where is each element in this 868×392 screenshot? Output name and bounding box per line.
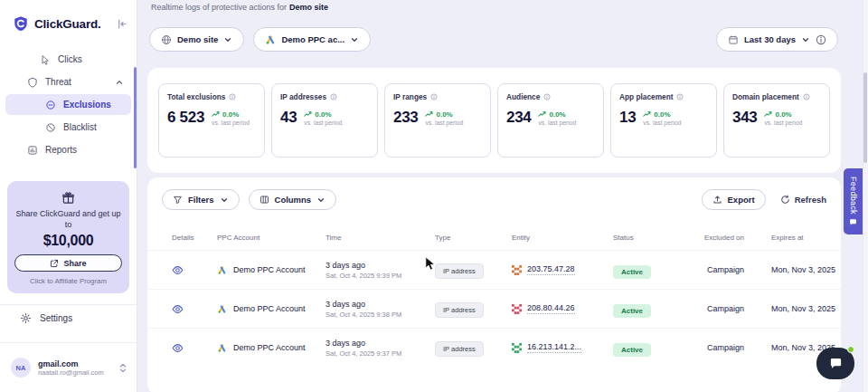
date-range-dropdown[interactable]: Last 30 days xyxy=(716,27,838,52)
stat-trend: 0.0% xyxy=(436,110,452,119)
sidebar-item-label: Exclusions xyxy=(63,100,111,110)
details-eye-button[interactable] xyxy=(172,342,217,354)
info-icon[interactable] xyxy=(430,93,438,100)
entity-value: 208.80.44.26 xyxy=(527,303,575,314)
funnel-icon xyxy=(173,195,183,205)
sidebar-item-reports[interactable]: Reports xyxy=(5,139,131,160)
user-name: gmail.com xyxy=(38,359,111,368)
entity-cell[interactable]: 16.213.141.2... xyxy=(512,342,613,353)
info-icon[interactable] xyxy=(229,93,236,100)
feedback-label: Feedback xyxy=(849,177,858,215)
feedback-tab[interactable]: Feedback xyxy=(844,168,863,234)
type-badge: IP address xyxy=(435,341,484,357)
entity-cell[interactable]: 208.80.44.26 xyxy=(512,303,613,314)
time-relative: 3 days ago xyxy=(326,339,435,348)
entity-cell[interactable]: 203.75.47.28 xyxy=(512,264,613,275)
type-cell: IP address xyxy=(435,261,512,279)
column-header-ppc-account[interactable]: PPC Account xyxy=(217,234,326,242)
sidebar-scrollbar-thumb[interactable] xyxy=(134,67,137,168)
expires-at-cell: Mon, Nov 3, 2025 xyxy=(744,304,839,313)
sidebar-item-label: Clicks xyxy=(58,54,82,64)
promo-text: Share ClickGuard and get up to xyxy=(14,208,122,230)
info-icon[interactable] xyxy=(803,93,810,100)
status-badge: Active xyxy=(613,343,651,357)
stat-card-domain-placement: Domain placement 343 0.0% vs. last perio… xyxy=(723,83,830,158)
column-header-expires-at[interactable]: Expires at xyxy=(744,234,839,242)
details-eye-button[interactable] xyxy=(172,303,217,315)
user-meta: gmail.com naatali.ro@gmail.com xyxy=(38,359,111,377)
stat-value: 13 xyxy=(619,109,636,127)
columns-label: Columns xyxy=(275,195,312,205)
column-header-time[interactable]: Time xyxy=(326,234,435,242)
stat-card-ip-ranges: IP ranges 233 0.0% vs. last period xyxy=(384,83,491,158)
affiliate-promo-card: Share ClickGuard and get up to $10,000 S… xyxy=(7,181,129,293)
calendar-icon xyxy=(728,34,739,45)
site-filter-dropdown[interactable]: Demo site xyxy=(149,27,244,52)
ppc-account-filter-dropdown[interactable]: Demo PPC ac... xyxy=(253,27,371,52)
columns-icon xyxy=(259,195,269,205)
filter-row: Demo site Demo PPC ac... xyxy=(149,27,371,52)
columns-dropdown[interactable]: Columns xyxy=(249,189,337,210)
brand-header: ClickGuard. xyxy=(13,14,127,33)
sidebar-item-clicks[interactable]: Clicks xyxy=(5,49,131,70)
page-scrollbar-thumb[interactable] xyxy=(863,72,867,163)
chat-icon xyxy=(849,218,857,226)
export-label: Export xyxy=(728,195,755,205)
column-header-status[interactable]: Status xyxy=(613,234,703,242)
column-header-details[interactable]: Details xyxy=(172,234,217,242)
site-filter-value: Demo site xyxy=(177,34,218,44)
info-icon[interactable] xyxy=(676,93,684,100)
sidebar-item-settings[interactable]: Settings xyxy=(0,304,137,331)
ppc-account-name: Demo PPC Account xyxy=(233,304,306,313)
time-relative: 3 days ago xyxy=(326,261,435,270)
trending-up-icon xyxy=(212,110,220,118)
export-button[interactable]: Export xyxy=(702,189,766,210)
info-icon[interactable] xyxy=(330,93,337,100)
refresh-button[interactable]: Refresh xyxy=(780,195,826,205)
ppc-account-name: Demo PPC Account xyxy=(233,343,306,352)
ip-identicon-icon xyxy=(512,265,522,275)
sidebar-nav: Clicks Threat Exclusions Blacklist Repor… xyxy=(5,49,131,162)
click-pointer-icon xyxy=(40,54,51,65)
share-icon xyxy=(50,259,59,268)
filters-label: Filters xyxy=(188,195,214,205)
panel-collapse-icon xyxy=(116,18,127,30)
info-icon[interactable] xyxy=(543,93,551,100)
stat-trend: 0.0% xyxy=(654,110,670,119)
sidebar-item-threat[interactable]: Threat xyxy=(5,72,131,92)
page-subtitle: Realtime logs of protective actions forD… xyxy=(151,3,328,12)
sidebar-item-exclusions[interactable]: Exclusions xyxy=(5,94,131,115)
ppc-account-cell: Demo PPC Account xyxy=(217,343,326,353)
stat-label: Total exclusions xyxy=(167,92,225,101)
sidebar: ClickGuard. Clicks Threat Exclusions Bla… xyxy=(0,0,137,392)
google-ads-icon xyxy=(217,265,227,275)
stat-label: IP addresses xyxy=(280,92,326,101)
share-button[interactable]: Share xyxy=(14,254,122,272)
ppc-filter-value: Demo PPC ac... xyxy=(281,34,344,44)
excluded-on-cell: Campaign xyxy=(703,265,744,274)
page-scrollbar-track[interactable] xyxy=(863,0,868,392)
stat-trend: 0.0% xyxy=(222,110,239,119)
time-cell: 3 days agoSat, Oct 4, 2025 9:37 PM xyxy=(326,339,435,358)
status-cell: Active xyxy=(613,339,703,357)
column-header-excluded-on[interactable]: Excluded on xyxy=(703,234,744,242)
column-header-entity[interactable]: Entity xyxy=(512,234,613,242)
collapse-sidebar-button[interactable] xyxy=(116,18,127,30)
chevron-down-icon xyxy=(350,35,359,44)
table-row: Demo PPC Account 3 days agoSat, Oct 4, 2… xyxy=(147,328,841,367)
globe-icon xyxy=(161,34,172,45)
affiliate-link[interactable]: Click to Affiliate Program xyxy=(14,277,122,285)
sidebar-item-blacklist[interactable]: Blacklist xyxy=(5,117,131,138)
account-switcher[interactable]: NA gmail.com naatali.ro@gmail.com xyxy=(0,342,137,392)
date-range-value: Last 30 days xyxy=(744,34,796,44)
chevron-down-icon xyxy=(220,196,229,205)
filters-dropdown[interactable]: Filters xyxy=(162,189,240,210)
status-badge: Active xyxy=(613,265,651,279)
stat-period: vs. last period xyxy=(425,120,463,126)
column-header-type[interactable]: Type xyxy=(435,234,512,242)
chat-launcher-button[interactable] xyxy=(816,348,854,379)
eye-icon xyxy=(172,342,184,354)
details-eye-button[interactable] xyxy=(172,264,217,276)
chevron-up-icon xyxy=(115,78,124,87)
stat-value: 343 xyxy=(732,109,757,127)
